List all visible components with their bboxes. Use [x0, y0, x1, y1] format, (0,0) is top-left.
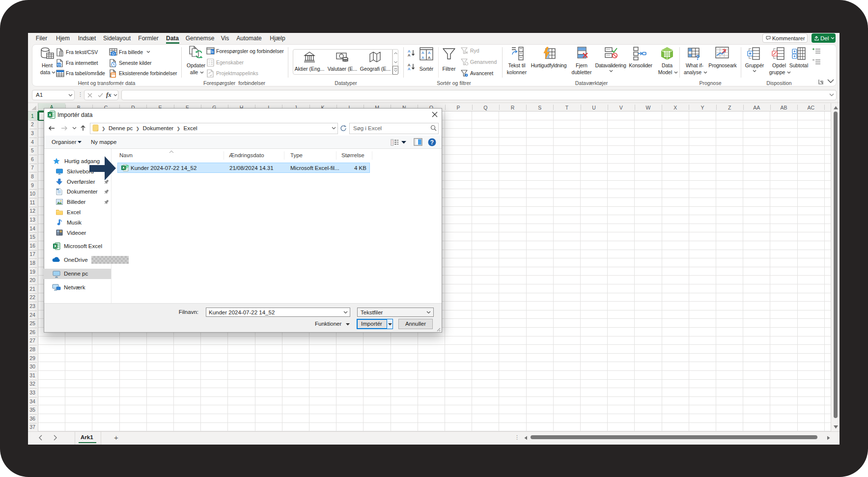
svg-text:A: A	[421, 51, 424, 55]
svg-text:A: A	[408, 53, 411, 57]
svg-text:A: A	[408, 67, 411, 71]
svg-text:X: X	[54, 244, 56, 249]
svg-text:X: X	[122, 166, 125, 170]
svg-text:?: ?	[696, 54, 700, 61]
svg-text:A: A	[428, 51, 431, 55]
svg-text:X: X	[49, 112, 52, 117]
svg-text:A: A	[421, 56, 424, 60]
svg-text:?: ?	[430, 139, 434, 146]
svg-text:A: A	[428, 56, 431, 60]
